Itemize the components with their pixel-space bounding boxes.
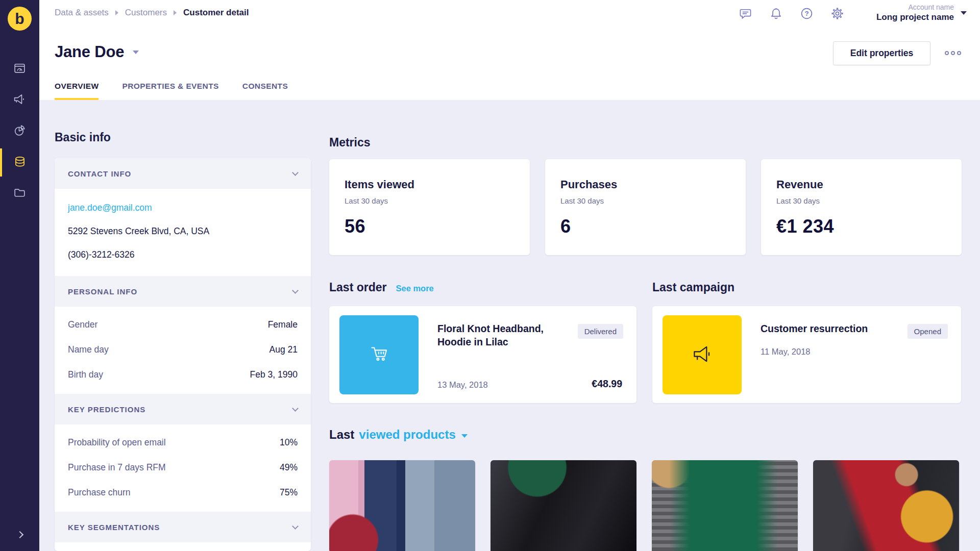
order-status-badge: Delivered xyxy=(578,324,623,339)
contact-info-header[interactable]: CONTACT INFO xyxy=(55,158,311,189)
page-title: Jane Doe xyxy=(55,43,124,61)
row-value: Aug 21 xyxy=(270,344,298,355)
order-tile xyxy=(339,315,419,394)
prediction-row-purchase-rfm: Purchase in 7 days RFM 49% xyxy=(55,455,311,480)
svg-text:?: ? xyxy=(804,10,808,17)
basic-info-card: CONTACT INFO jane.doe@gmail.com 5292 Ste… xyxy=(55,158,311,551)
sidebar-nav xyxy=(0,54,39,209)
breadcrumb-data-assets[interactable]: Data & assets xyxy=(55,8,109,18)
key-segmentations-header[interactable]: KEY SEGMENTATIONS xyxy=(55,512,311,542)
customer-address: 5292 Stevens Creek Blvd, CA, USA xyxy=(68,226,298,237)
megaphone-icon xyxy=(690,341,715,369)
sidebar-item-analyses[interactable] xyxy=(0,116,39,147)
more-options-button[interactable] xyxy=(945,51,961,55)
breadcrumb: Data & assets Customers Customer detail xyxy=(55,8,249,18)
title-row: Jane Doe xyxy=(55,43,139,61)
metrics-row: Items viewed Last 30 days 56 Purchases L… xyxy=(329,159,962,255)
row-label: Birth day xyxy=(68,369,103,380)
metrics-title: Metrics xyxy=(329,136,371,149)
edit-properties-button[interactable]: Edit properties xyxy=(833,41,930,65)
breadcrumb-separator-icon xyxy=(115,10,118,15)
account-switcher[interactable]: Account name Long project name xyxy=(876,3,967,22)
sidebar-item-dashboard[interactable] xyxy=(0,54,39,85)
key-predictions-label: KEY PREDICTIONS xyxy=(68,405,145,414)
sidebar-item-campaigns[interactable] xyxy=(0,85,39,116)
tab-overview[interactable]: OVERVIEW xyxy=(55,82,99,100)
personal-row-gender: Gender Female xyxy=(55,312,311,337)
chevron-down-icon xyxy=(461,434,468,438)
personal-info-body: Gender Female Name day Aug 21 Birth day … xyxy=(55,307,311,394)
metric-value: 6 xyxy=(560,216,730,237)
row-label: Name day xyxy=(68,344,109,355)
contact-info-label: CONTACT INFO xyxy=(68,169,131,178)
campaign-tile xyxy=(663,315,742,394)
last-order-header: Last order See more xyxy=(329,281,434,294)
bell-icon[interactable] xyxy=(769,7,783,20)
tab-consents[interactable]: CONSENTS xyxy=(242,82,288,100)
metric-card-revenue: Revenue Last 30 days €1 234 xyxy=(761,159,962,255)
cart-icon xyxy=(366,341,392,369)
customer-phone: (306)-3212-6326 xyxy=(68,249,298,260)
folder-icon xyxy=(13,186,27,202)
last-campaign-card: Customer resurrection Opened 11 May, 201… xyxy=(652,306,961,403)
chevron-down-icon xyxy=(292,405,299,412)
product-image[interactable] xyxy=(813,460,959,551)
customer-email-link[interactable]: jane.doe@gmail.com xyxy=(68,203,298,213)
key-predictions-body: Probability of open email 10% Purchase i… xyxy=(55,424,311,512)
last-viewed-prefix: Last xyxy=(329,428,354,442)
tab-properties-events[interactable]: PROPERTIES & EVENTS xyxy=(122,82,218,100)
viewed-products-label: viewed products xyxy=(359,428,455,442)
metric-title: Purchases xyxy=(560,178,730,191)
product-image[interactable] xyxy=(652,460,798,551)
order-product-name: Floral Knot Headband, Hoodie in Lilac xyxy=(437,322,568,349)
pie-chart-icon xyxy=(13,123,27,139)
row-label: Gender xyxy=(68,319,97,330)
metric-card-purchases: Purchases Last 30 days 6 xyxy=(545,159,746,255)
personal-row-name-day: Name day Aug 21 xyxy=(55,337,311,362)
brand-logo[interactable]: b xyxy=(8,7,32,31)
customer-dropdown-icon[interactable] xyxy=(133,51,139,54)
chevron-down-icon xyxy=(961,11,967,15)
row-value: Feb 3, 1990 xyxy=(250,369,298,380)
chevron-down-icon xyxy=(292,523,299,530)
contact-info-body: jane.doe@gmail.com 5292 Stevens Creek Bl… xyxy=(55,189,311,276)
key-predictions-header[interactable]: KEY PREDICTIONS xyxy=(55,394,311,424)
breadcrumb-current: Customer detail xyxy=(183,8,249,18)
product-image[interactable] xyxy=(329,460,475,551)
order-price: €48.99 xyxy=(592,378,622,390)
gear-icon[interactable] xyxy=(830,7,844,20)
row-value: 49% xyxy=(280,462,298,473)
chevron-right-icon xyxy=(16,531,23,538)
metric-value: 56 xyxy=(345,216,514,237)
chevron-down-icon xyxy=(292,169,299,176)
personal-info-header[interactable]: PERSONAL INFO xyxy=(55,276,311,307)
breadcrumb-customers[interactable]: Customers xyxy=(125,8,167,18)
row-label: Probability of open email xyxy=(68,437,166,448)
tab-bar: OVERVIEW PROPERTIES & EVENTS CONSENTS xyxy=(55,82,288,100)
chat-icon[interactable] xyxy=(739,7,752,20)
viewed-products-dropdown[interactable]: viewed products xyxy=(359,428,467,442)
metric-period: Last 30 days xyxy=(560,196,730,205)
project-name: Long project name xyxy=(876,12,954,22)
sidebar-item-data-assets[interactable] xyxy=(0,147,39,178)
personal-row-birth-day: Birth day Feb 3, 1990 xyxy=(55,362,311,387)
database-icon xyxy=(13,155,27,171)
key-segmentations-label: KEY SEGMENTATIONS xyxy=(68,523,160,532)
page-header: Data & assets Customers Customer detail … xyxy=(39,0,980,100)
sidebar-item-assets[interactable] xyxy=(0,178,39,209)
metric-period: Last 30 days xyxy=(776,196,946,205)
help-icon[interactable]: ? xyxy=(800,7,814,20)
product-image[interactable] xyxy=(491,460,636,551)
row-label: Purchase churn xyxy=(68,487,131,498)
last-order-card: Floral Knot Headband, Hoodie in Lilac De… xyxy=(329,306,636,403)
sidebar-expand-button[interactable] xyxy=(0,523,39,546)
campaign-date: 11 May, 2018 xyxy=(761,347,811,357)
customer-detail-page: b xyxy=(0,0,980,551)
account-name-label: Account name xyxy=(876,3,954,11)
see-more-link[interactable]: See more xyxy=(396,284,433,293)
last-campaign-title: Last campaign xyxy=(652,281,734,294)
viewed-products-row xyxy=(329,460,959,551)
account-text: Account name Long project name xyxy=(876,3,954,22)
sidebar: b xyxy=(0,0,39,551)
campaign-status-badge: Opened xyxy=(908,324,948,339)
